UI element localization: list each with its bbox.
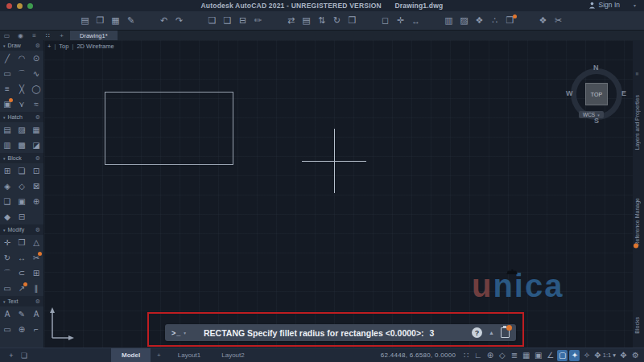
chevron-down-icon[interactable]: ▾ xyxy=(184,331,186,335)
copy-tool-icon[interactable]: ❐ xyxy=(14,235,29,250)
pan-icon[interactable]: ✛ xyxy=(393,14,408,28)
customize-clipboard-icon[interactable] xyxy=(501,327,510,338)
grid-display-icon[interactable]: ∷ xyxy=(460,350,471,361)
gear-icon[interactable]: ⚙ xyxy=(35,227,40,233)
command-input[interactable]: RECTANG Specify fillet radius for rectan… xyxy=(204,328,434,338)
text-style-tool-icon[interactable]: ▭ xyxy=(0,322,14,337)
properties-icon[interactable]: ▥ xyxy=(441,14,456,28)
block-editor-tool-icon[interactable]: ⊡ xyxy=(29,163,43,179)
spline-tool-icon[interactable]: ∿ xyxy=(29,66,43,81)
edit-text-tool-icon[interactable]: ✎ xyxy=(14,306,29,322)
group-edit-tool-icon[interactable]: ⊕ xyxy=(29,194,43,209)
tab-drawing1[interactable]: Drawing1* xyxy=(70,31,118,40)
array-tool-icon[interactable]: ⊞ xyxy=(29,265,43,281)
sign-in-button[interactable]: Sign In xyxy=(588,1,620,9)
autoscale-icon[interactable]: ✧ xyxy=(581,350,592,361)
app-grid-icon[interactable]: ∷ xyxy=(41,31,55,40)
panel-tab-reference-manager[interactable]: Reference Manage xyxy=(634,198,640,246)
zoom-extents-icon[interactable]: ↔ xyxy=(408,14,423,28)
region-tool-icon[interactable]: ▣ xyxy=(0,97,14,112)
revision-cloud-tool-icon[interactable]: ≈ xyxy=(29,97,43,112)
cut-clip-icon[interactable]: ✂ xyxy=(551,14,566,28)
group-manager-tool-icon[interactable]: ⊟ xyxy=(14,209,29,224)
rectangle-tool-icon[interactable]: ▭ xyxy=(0,31,14,40)
measure-icon[interactable]: ❖ xyxy=(535,14,551,28)
gradient-tool-icon[interactable]: ▨ xyxy=(14,122,29,138)
field-tool-icon[interactable]: ⊕ xyxy=(14,322,29,337)
wcs-dropdown[interactable]: WCS ▾ xyxy=(579,111,604,118)
trim-tool-icon[interactable]: ✂ xyxy=(29,250,43,265)
panel-tab-blocks[interactable]: Blocks xyxy=(634,317,640,334)
ellipse-tool-icon[interactable]: ◯ xyxy=(29,81,43,97)
move-tool-icon[interactable]: ✛ xyxy=(0,235,14,250)
viewport-minmax-control[interactable]: + xyxy=(47,43,51,50)
arc-3point-tool-icon[interactable]: ⌒ xyxy=(14,66,29,81)
palette-section-header[interactable]: ▾Draw⚙ xyxy=(0,40,43,51)
define-attribute-tool-icon[interactable]: ◇ xyxy=(14,179,29,194)
group-tool-icon[interactable]: ▣ xyxy=(14,194,29,209)
rotate-tool-icon[interactable]: ↻ xyxy=(0,250,14,265)
customization-gear-icon[interactable]: ⚙ xyxy=(630,350,641,361)
redo-icon[interactable]: ↷ xyxy=(171,14,187,28)
palette-section-header[interactable]: ▾Modify⚙ xyxy=(0,224,43,235)
mirror-tool-icon[interactable]: △ xyxy=(29,235,43,250)
new-file-icon[interactable]: ▤ xyxy=(77,14,93,28)
snap-grid-icon[interactable]: ▦ xyxy=(521,350,531,361)
set-base-point-tool-icon[interactable]: ❑ xyxy=(0,194,14,209)
circle-tool-icon[interactable]: ⊙ xyxy=(29,51,43,66)
tab-layout1[interactable]: Layout1 xyxy=(167,348,211,362)
offset-tool-icon[interactable]: ↗ xyxy=(14,281,29,296)
isometric-drafting-icon[interactable]: ◇ xyxy=(497,350,507,361)
hatch-tool-icon[interactable]: ▤ xyxy=(0,122,14,138)
spell-check-tool-icon[interactable]: ⌐ xyxy=(29,322,43,337)
stretch-tool-icon[interactable]: ↔ xyxy=(14,250,29,265)
new-drawing-plus-icon[interactable]: + xyxy=(55,31,68,40)
plot-preview-icon[interactable]: ❑ xyxy=(220,14,235,28)
tab-layout2[interactable]: Layout2 xyxy=(211,348,254,362)
zoom-window-icon[interactable]: ◻ xyxy=(378,14,393,28)
object-snap-icon[interactable]: ▢ xyxy=(557,350,568,361)
arc-tool-icon[interactable]: ◠ xyxy=(14,51,29,66)
gear-icon[interactable]: ⚙ xyxy=(35,298,40,305)
panel-tab-layers-and-properties[interactable]: Layers and Properties xyxy=(634,95,640,150)
compass-north[interactable]: N xyxy=(593,64,599,72)
insert-block-tool-icon[interactable]: ⊞ xyxy=(0,163,14,179)
palette-section-header[interactable]: ▾Block⚙ xyxy=(0,153,43,163)
update-fields-icon[interactable]: ↻ xyxy=(329,14,345,28)
recent-commands-arrow[interactable]: ▲ xyxy=(489,330,494,335)
tolerance-tool-icon[interactable]: ◪ xyxy=(29,138,43,153)
gear-icon[interactable]: ⚙ xyxy=(35,114,40,121)
tool-palettes-icon[interactable]: ▨ xyxy=(456,14,472,28)
compass-west[interactable]: W xyxy=(566,89,573,97)
import-icon[interactable]: ⇄ xyxy=(283,14,299,28)
attribute-sync-tool-icon[interactable]: ⊠ xyxy=(29,179,43,194)
viewcube-top-face[interactable]: TOP xyxy=(585,83,608,105)
circle-tool-icon[interactable]: ◉ xyxy=(14,31,27,40)
export-icon[interactable]: ▤ xyxy=(299,14,314,28)
snap-mode-icon[interactable]: ∟ xyxy=(473,350,483,361)
viewport-controls[interactable]: + | Top | 2D Wireframe xyxy=(47,43,114,50)
line-tool-icon[interactable]: ╱ xyxy=(0,51,14,66)
add-layout-button[interactable]: + xyxy=(151,348,167,362)
gear-icon[interactable]: ⚙ xyxy=(35,155,40,162)
fillet-tool-icon[interactable]: ⌒ xyxy=(0,265,14,281)
tab-model[interactable]: Model xyxy=(111,348,151,362)
drawn-rectangle[interactable] xyxy=(105,92,233,165)
chamfer-tool-icon[interactable]: ⊂ xyxy=(14,265,29,281)
viewport-view-control[interactable]: Top xyxy=(59,43,68,50)
publish-icon[interactable]: ✏ xyxy=(250,14,266,28)
annotation-visibility-icon[interactable]: ✦ xyxy=(569,350,580,361)
gear-icon[interactable]: ⚙ xyxy=(35,43,40,49)
list-view-icon[interactable]: ≡ xyxy=(27,31,41,40)
save-icon[interactable]: ▦ xyxy=(108,14,123,28)
new-layout-plus-icon[interactable]: + xyxy=(5,352,18,360)
etransmit-icon[interactable]: ❒ xyxy=(345,14,360,28)
multiline-text-tool-icon[interactable]: A xyxy=(0,306,14,322)
pattern-tool-icon[interactable]: ▩ xyxy=(14,138,29,153)
palette-section-header[interactable]: ▾Hatch⚙ xyxy=(0,112,43,122)
polar-tracking-icon[interactable]: ⊕ xyxy=(485,350,495,361)
visual-styles-icon[interactable]: ❖ xyxy=(472,14,487,28)
solid-fill-tool-icon[interactable]: ▥ xyxy=(0,138,14,153)
sheet-set-manager-icon[interactable]: ❒ xyxy=(502,14,518,28)
angle-constraint-icon[interactable]: ∠ xyxy=(545,350,555,361)
